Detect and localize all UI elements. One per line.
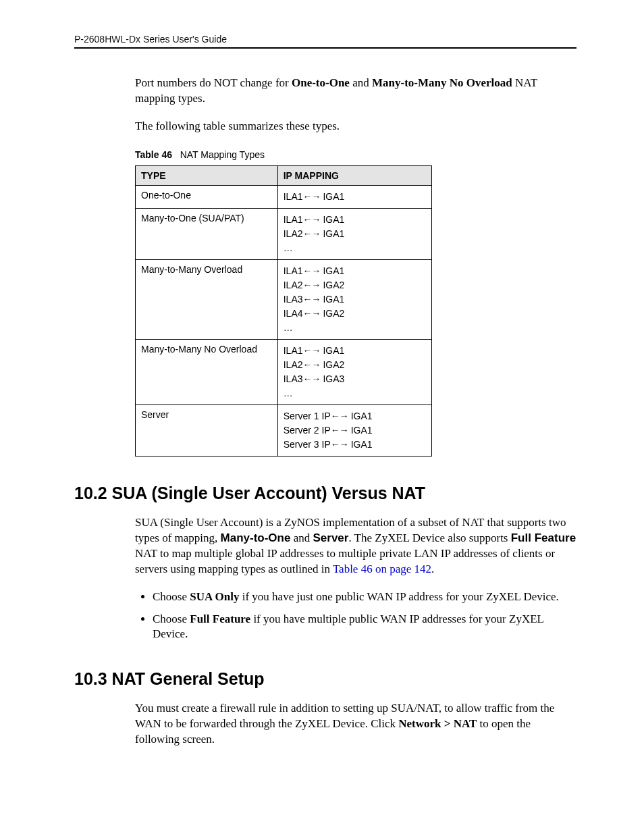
text-fragment: Choose — [153, 590, 190, 603]
cell-type: Many-to-Many Overload — [136, 259, 278, 339]
text-bold: Network > NAT — [398, 717, 477, 730]
text-bold: Full Feature — [511, 531, 576, 544]
mapping-right: IGA1 — [323, 265, 344, 276]
text-fragment: . — [431, 563, 434, 575]
mapping-left: ILA4 — [284, 308, 303, 319]
mapping-right: IGA3 — [323, 373, 344, 384]
section-10-3-heading: 10.3 NAT General Setup — [74, 669, 576, 689]
cell-mapping: ILA1←→ IGA1 — [277, 185, 431, 208]
bidirectional-arrow-icon: ←→ — [331, 425, 348, 436]
table-title: NAT Mapping Types — [180, 149, 265, 160]
mapping-right: IGA2 — [323, 308, 344, 319]
text-bold: Server — [313, 531, 348, 544]
mapping-line: ILA3←→ IGA3 — [284, 372, 426, 386]
mapping-left: Server 2 IP — [284, 425, 331, 436]
mapping-right: IGA1 — [351, 439, 373, 450]
mapping-line: ILA4←→ IGA2 — [284, 307, 426, 321]
bullet-list: Choose SUA Only if you have just one pub… — [135, 590, 576, 643]
text-fragment: and — [350, 76, 372, 89]
bidirectional-arrow-icon: ←→ — [331, 411, 348, 421]
text-bold: Many-to-Many No Overload — [372, 76, 512, 89]
mapping-right: IGA1 — [323, 294, 344, 305]
cell-type: Server — [136, 405, 278, 456]
text-bold: One-to-One — [292, 76, 350, 89]
text-bold: Full Feature — [190, 613, 250, 625]
mapping-left: Server 1 IP — [284, 411, 331, 421]
mapping-left: Server 3 IP — [284, 439, 331, 450]
cell-type: Many-to-Many No Overload — [136, 339, 278, 405]
ellipsis-line: … — [284, 386, 426, 400]
cell-type: One-to-One — [136, 185, 278, 208]
mapping-line: ILA1←→ IGA1 — [284, 264, 426, 278]
running-header-text: P-2608HWL-Dx Series User's Guide — [74, 34, 227, 45]
bidirectional-arrow-icon: ←→ — [303, 308, 321, 319]
text-fragment: and — [290, 531, 313, 544]
text-bold: SUA Only — [190, 590, 239, 603]
table-caption: Table 46 NAT Mapping Types — [135, 149, 576, 160]
text-fragment: if you have just one public WAN IP addre… — [239, 590, 558, 603]
bidirectional-arrow-icon: ←→ — [303, 265, 321, 276]
mapping-line: ILA2←→ IGA1 — [284, 227, 426, 241]
body-content: Port numbers do NOT change for One-to-On… — [135, 76, 576, 457]
bidirectional-arrow-icon: ←→ — [303, 191, 321, 202]
table-row: ServerServer 1 IP←→ IGA1Server 2 IP←→ IG… — [136, 405, 432, 456]
mapping-right: IGA1 — [323, 214, 344, 225]
mapping-line: ILA2←→ IGA2 — [284, 278, 426, 292]
text-fragment: Port numbers do NOT change for — [135, 76, 292, 89]
bidirectional-arrow-icon: ←→ — [303, 359, 321, 370]
mapping-right: IGA1 — [323, 345, 344, 356]
bidirectional-arrow-icon: ←→ — [303, 214, 321, 225]
table-header-row: TYPE IP MAPPING — [136, 165, 432, 185]
bidirectional-arrow-icon: ←→ — [331, 439, 348, 450]
cross-reference-link[interactable]: Table 46 on page 142 — [333, 563, 431, 575]
mapping-left: ILA1 — [284, 265, 303, 276]
ellipsis-line: … — [284, 241, 426, 255]
bidirectional-arrow-icon: ←→ — [303, 280, 321, 290]
ellipsis-line: … — [284, 321, 426, 335]
table-label: Table 46 — [135, 149, 172, 160]
col-type: TYPE — [136, 165, 278, 185]
mapping-line: ILA1←→ IGA1 — [284, 190, 426, 204]
mapping-line: Server 2 IP←→ IGA1 — [284, 423, 426, 438]
list-item: Choose Full Feature if you have multiple… — [153, 612, 576, 643]
mapping-right: IGA2 — [323, 280, 344, 290]
mapping-left: ILA3 — [284, 294, 303, 305]
cell-type: Many-to-One (SUA/PAT) — [136, 208, 278, 259]
mapping-line: ILA3←→ IGA1 — [284, 292, 426, 307]
document-page: P-2608HWL-Dx Series User's Guide Port nu… — [0, 0, 644, 834]
col-mapping: IP MAPPING — [277, 165, 431, 185]
table-row: Many-to-Many No OverloadILA1←→ IGA1ILA2←… — [136, 339, 432, 405]
mapping-right: IGA1 — [323, 228, 344, 239]
intro-paragraph-1: Port numbers do NOT change for One-to-On… — [135, 76, 576, 107]
mapping-left: ILA2 — [284, 228, 303, 239]
cell-mapping: ILA1←→ IGA1ILA2←→ IGA1… — [277, 208, 431, 259]
mapping-line: Server 3 IP←→ IGA1 — [284, 438, 426, 452]
table-row: One-to-OneILA1←→ IGA1 — [136, 185, 432, 208]
mapping-right: IGA1 — [323, 191, 344, 202]
section-10-3-body: You must create a firewall rule in addit… — [135, 701, 576, 748]
mapping-left: ILA1 — [284, 345, 303, 356]
mapping-left: ILA2 — [284, 359, 303, 370]
nat-mapping-table: TYPE IP MAPPING One-to-OneILA1←→ IGA1Man… — [135, 165, 432, 457]
section-10-2-body: SUA (Single User Account) is a ZyNOS imp… — [135, 515, 576, 643]
mapping-left: ILA2 — [284, 280, 303, 290]
cell-mapping: ILA1←→ IGA1ILA2←→ IGA2ILA3←→ IGA1ILA4←→ … — [277, 259, 431, 339]
mapping-right: IGA1 — [351, 425, 373, 436]
mapping-left: ILA1 — [284, 214, 303, 225]
text-fragment: . The ZyXEL Device also supports — [348, 531, 510, 544]
table-row: Many-to-Many OverloadILA1←→ IGA1ILA2←→ I… — [136, 259, 432, 339]
mapping-left: ILA1 — [284, 191, 303, 202]
bidirectional-arrow-icon: ←→ — [303, 373, 321, 384]
list-item: Choose SUA Only if you have just one pub… — [153, 590, 576, 605]
running-header: P-2608HWL-Dx Series User's Guide — [74, 34, 576, 49]
bidirectional-arrow-icon: ←→ — [303, 228, 321, 239]
text-fragment: Choose — [153, 613, 190, 625]
cell-mapping: Server 1 IP←→ IGA1Server 2 IP←→ IGA1Serv… — [277, 405, 431, 456]
mapping-line: ILA2←→ IGA2 — [284, 358, 426, 372]
bidirectional-arrow-icon: ←→ — [303, 294, 321, 305]
text-bold: Many-to-One — [221, 531, 291, 544]
section-10-2-paragraph: SUA (Single User Account) is a ZyNOS imp… — [135, 515, 576, 577]
section-10-3-paragraph: You must create a firewall rule in addit… — [135, 701, 576, 748]
mapping-line: Server 1 IP←→ IGA1 — [284, 409, 426, 423]
mapping-right: IGA1 — [351, 411, 373, 421]
